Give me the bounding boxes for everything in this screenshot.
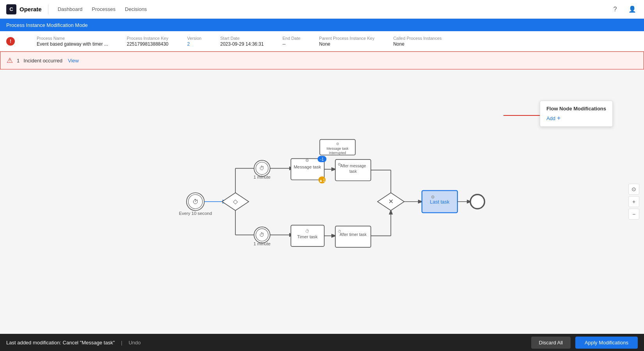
svg-text:Timer task: Timer task: [297, 234, 318, 239]
popup-add-button[interactable]: Add +: [546, 115, 606, 122]
end-date-field: End Date --: [283, 36, 301, 47]
process-name-label: Process Name: [37, 36, 108, 41]
svg-text:1 minute: 1 minute: [254, 241, 271, 246]
undo-button[interactable]: Undo: [128, 340, 141, 346]
nav-dashboard[interactable]: Dashboard: [58, 6, 83, 12]
parent-key-field: Parent Process Instance Key None: [319, 36, 375, 47]
called-instances-value: None: [393, 41, 441, 47]
svg-text:After timer task: After timer task: [340, 232, 367, 237]
start-date-field: Start Date 2023-09-29 14:36:31: [220, 36, 263, 47]
diagram-area[interactable]: ⏱ Every 10 second ◇ ⏱ 1 minute ⚙ Message…: [0, 69, 644, 334]
start-date-value: 2023-09-29 14:36:31: [220, 41, 263, 47]
svg-point-54: [470, 195, 484, 209]
mod-bar-label: Process Instance Modification Mode: [6, 22, 88, 28]
incident-error-icon: ⚠: [7, 56, 13, 65]
user-icon[interactable]: 👤: [627, 4, 638, 15]
popup-add-icon: +: [557, 115, 560, 122]
app-name: Operate: [20, 6, 42, 12]
svg-text:Message task: Message task: [327, 147, 349, 151]
status-message: Last added modification: Cancel "Message…: [6, 340, 115, 346]
main-content: ⏱ Every 10 second ◇ ⏱ 1 minute ⚙ Message…: [0, 69, 644, 334]
incident-view-link[interactable]: View: [68, 58, 79, 64]
end-date-label: End Date: [283, 36, 301, 41]
called-instances-label: Called Process Instances: [393, 36, 441, 41]
svg-text:⏱: ⏱: [259, 232, 265, 238]
zoom-reset-button[interactable]: ⊙: [628, 184, 639, 195]
process-info-bar: ! Process Name Event based gateway with …: [0, 31, 644, 51]
svg-text:task: task: [349, 169, 357, 174]
svg-text:⚙: ⚙: [305, 158, 309, 163]
svg-text:◇: ◇: [233, 198, 238, 205]
zoom-in-button[interactable]: +: [628, 196, 639, 207]
svg-text:Last task: Last task: [430, 199, 450, 205]
status-bar: Last added modification: Cancel "Message…: [0, 334, 644, 351]
logo-icon: C: [6, 4, 16, 14]
version-label: Version: [187, 36, 202, 41]
apply-modifications-button[interactable]: Apply Modifications: [575, 337, 638, 349]
status-divider: |: [121, 340, 122, 346]
help-icon[interactable]: ?: [610, 4, 621, 15]
instance-key-value: 2251799813888430: [127, 41, 169, 47]
popup-title: Flow Node Modifications: [546, 106, 606, 112]
discard-all-button[interactable]: Discard All: [531, 337, 571, 349]
instance-key-field: Process Instance Key 2251799813888430: [127, 36, 169, 47]
nav-decisions[interactable]: Decisions: [125, 6, 147, 12]
svg-text:Every 10 second: Every 10 second: [179, 211, 212, 216]
process-error-indicator: !: [6, 37, 15, 46]
version-field: Version 2: [187, 36, 202, 47]
svg-text:interrupted: interrupted: [329, 151, 346, 155]
process-name-field: Process Name Event based gateway with ti…: [37, 36, 108, 47]
svg-text:⏱: ⏱: [259, 165, 265, 171]
end-date-value: --: [283, 41, 301, 47]
svg-text:-1: -1: [320, 157, 324, 161]
svg-text:⏱: ⏱: [305, 229, 310, 234]
svg-text:✕: ✕: [388, 198, 393, 205]
popup-add-label: Add: [546, 115, 555, 121]
process-name-value: Event based gateway with timer ...: [37, 41, 108, 47]
svg-text:⚙: ⚙: [431, 195, 435, 199]
called-instances-field: Called Process Instances None: [393, 36, 441, 47]
zoom-out-button[interactable]: −: [628, 209, 639, 220]
top-nav: C Operate Dashboard Processes Decisions …: [0, 0, 644, 19]
incident-count: 1: [17, 58, 20, 64]
incident-text: Incident occurred: [23, 58, 62, 64]
nav-processes[interactable]: Processes: [92, 6, 116, 12]
svg-text:1 minute: 1 minute: [254, 175, 271, 179]
incident-banner: ⚠ 1 Incident occurred View: [0, 51, 644, 69]
svg-text:⏱: ⏱: [192, 199, 199, 205]
parent-key-value: None: [319, 41, 375, 47]
svg-text:After message: After message: [340, 164, 366, 168]
instance-key-label: Process Instance Key: [127, 36, 169, 41]
svg-text:⚙: ⚙: [336, 142, 339, 146]
svg-text:▲1: ▲1: [319, 178, 325, 183]
zoom-controls: ⊙ + −: [628, 184, 639, 220]
logo-area: C Operate: [6, 4, 48, 14]
modification-mode-bar: Process Instance Modification Mode: [0, 19, 644, 31]
status-right-actions: Discard All Apply Modifications: [531, 337, 638, 349]
version-value[interactable]: 2: [187, 41, 202, 47]
svg-text:Message task: Message task: [294, 165, 321, 169]
parent-key-label: Parent Process Instance Key: [319, 36, 375, 41]
nav-right: ? 👤: [610, 4, 638, 15]
flow-node-popup: Flow Node Modifications Add +: [540, 101, 613, 127]
start-date-label: Start Date: [220, 36, 263, 41]
